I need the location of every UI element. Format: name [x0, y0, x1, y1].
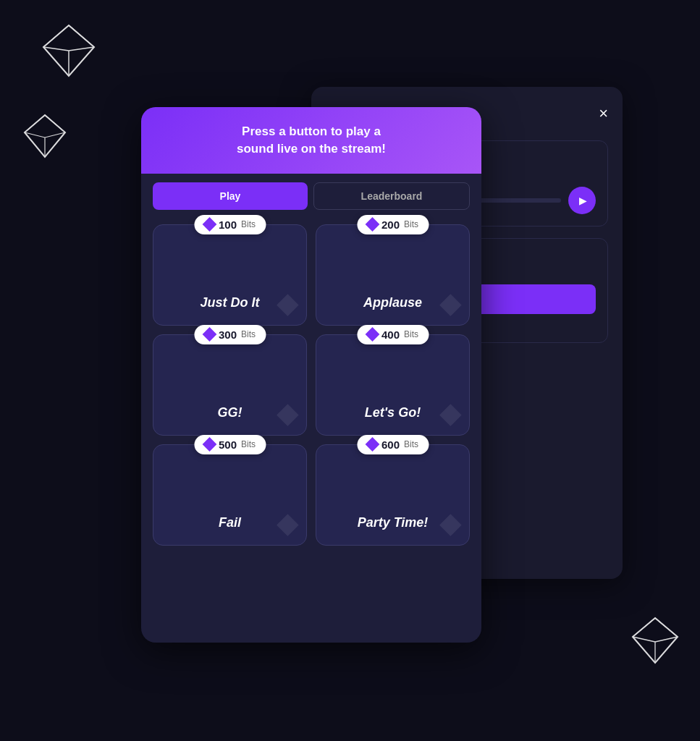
sounds-grid: 100 Bits ◆ Just Do It 200 Bits ◆ Applaus… — [141, 219, 481, 557]
sound-name-2: GG! — [218, 405, 243, 420]
main-panel: Press a button to play asound live on th… — [141, 107, 481, 643]
bits-pill-4: 500 Bits — [194, 435, 266, 454]
diamond-icon-5 — [365, 437, 379, 452]
bits-amount-5: 600 — [381, 439, 400, 451]
bits-pill-3: 400 Bits — [357, 325, 429, 344]
svg-line-2 — [43, 25, 69, 47]
bits-pill-5: 600 Bits — [357, 435, 429, 454]
sound-name-5: Party Time! — [358, 515, 429, 530]
card-watermark-4: ◆ — [277, 506, 299, 539]
bits-label-5: Bits — [404, 439, 418, 449]
svg-line-8 — [25, 115, 45, 132]
sound-card-2[interactable]: 300 Bits ◆ GG! — [153, 334, 307, 436]
diamond-icon-2 — [202, 327, 216, 342]
bits-amount-0: 100 — [219, 219, 237, 231]
svg-line-1 — [69, 25, 94, 47]
sound-name-4: Fail — [219, 515, 241, 530]
card-watermark-0: ◆ — [277, 286, 299, 319]
diamond-icon-mid-left — [22, 112, 69, 162]
tab-play[interactable]: Play — [153, 182, 308, 210]
sound-name-0: Just Do It — [200, 295, 259, 310]
sound-card-1[interactable]: 200 Bits ◆ Applause — [316, 224, 470, 326]
card-watermark-2: ◆ — [277, 396, 299, 429]
bits-pill-1: 200 Bits — [357, 215, 429, 234]
bits-amount-1: 200 — [381, 219, 400, 231]
tab-leaderboard[interactable]: Leaderboard — [313, 182, 470, 210]
bits-label-1: Bits — [404, 219, 418, 229]
sound-card-4[interactable]: 500 Bits ◆ Fail — [153, 444, 307, 546]
diamond-icon-4 — [202, 437, 216, 452]
diamond-icon-top — [40, 22, 98, 82]
tab-row: Play Leaderboard — [141, 174, 481, 219]
bits-label-3: Bits — [404, 329, 418, 339]
svg-line-3 — [69, 47, 94, 51]
sound-name-1: Applause — [363, 295, 422, 310]
sound-card-0[interactable]: 100 Bits ◆ Just Do It — [153, 224, 307, 326]
bits-pill-0: 100 Bits — [194, 215, 266, 234]
bits-amount-2: 300 — [219, 329, 237, 341]
panel-header: Press a button to play asound live on th… — [141, 107, 481, 174]
card-watermark-3: ◆ — [439, 396, 462, 429]
diamond-icon-bottom-right — [630, 615, 680, 669]
bits-label-0: Bits — [241, 219, 256, 229]
close-button[interactable]: × — [599, 104, 608, 123]
card-watermark-5: ◆ — [439, 506, 462, 539]
card-watermark-1: ◆ — [439, 286, 462, 319]
panel-header-text: Press a button to play asound live on th… — [153, 123, 470, 158]
sound-card-5[interactable]: 600 Bits ◆ Party Time! — [316, 444, 470, 546]
bits-pill-2: 300 Bits — [194, 325, 266, 344]
bits-amount-3: 400 — [381, 329, 400, 341]
diamond-icon-1 — [365, 217, 379, 232]
svg-line-7 — [45, 115, 65, 132]
sound-card-3[interactable]: 400 Bits ◆ Let's Go! — [316, 334, 470, 436]
bits-amount-4: 500 — [219, 439, 237, 451]
bits-label-2: Bits — [241, 329, 256, 339]
sound-name-3: Let's Go! — [365, 405, 421, 420]
svg-line-14 — [633, 618, 655, 637]
diamond-icon-3 — [365, 327, 379, 342]
svg-line-4 — [43, 47, 69, 51]
play-preview-button[interactable] — [568, 187, 596, 214]
bits-label-4: Bits — [241, 439, 256, 449]
svg-line-13 — [655, 618, 678, 637]
diamond-icon-0 — [202, 217, 216, 232]
